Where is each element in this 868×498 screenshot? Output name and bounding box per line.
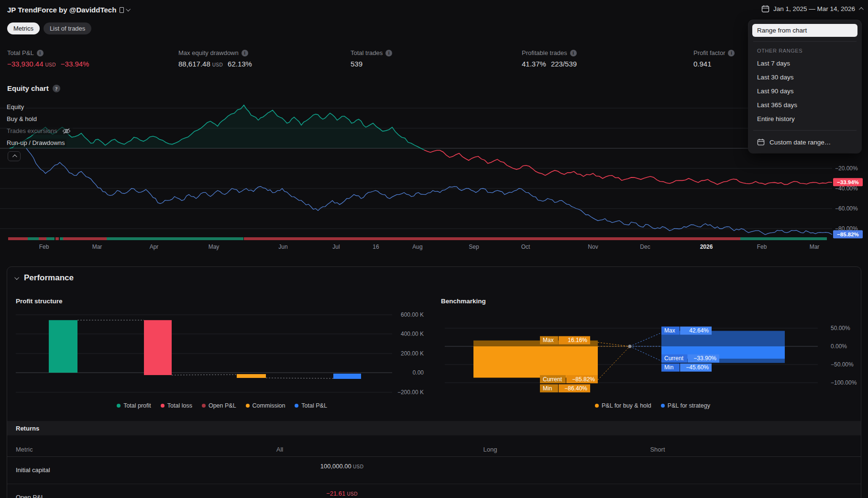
divider xyxy=(753,130,857,131)
metric-value: −33,930.44USD−33.94% xyxy=(7,60,89,68)
metric-profit-factor: Profit factori0.941 xyxy=(693,49,735,68)
legend-dot xyxy=(117,404,121,408)
tab-list-of-trades[interactable]: List of trades xyxy=(44,22,91,34)
svg-text:−60.00%: −60.00% xyxy=(835,205,858,212)
performance-title: Performance xyxy=(24,273,74,283)
returns-title: Returns xyxy=(16,425,39,432)
range-option-last-7-days[interactable]: Last 7 days xyxy=(752,56,857,70)
tab-metrics[interactable]: Metrics xyxy=(7,22,40,34)
svg-text:Feb: Feb xyxy=(757,243,767,250)
svg-text:Jun: Jun xyxy=(278,243,287,250)
svg-text:Feb: Feb xyxy=(39,243,49,250)
svg-text:−85.82%: −85.82% xyxy=(572,376,595,383)
divider xyxy=(753,41,857,42)
legend-dot xyxy=(246,404,250,408)
metric-label: Total P&Li xyxy=(7,49,89,56)
svg-text:−33.90%: −33.90% xyxy=(693,355,716,362)
range-options: Last 7 daysLast 30 daysLast 90 daysLast … xyxy=(752,56,857,126)
svg-text:16: 16 xyxy=(373,243,379,250)
svg-text:Current: Current xyxy=(664,355,684,362)
legend-item-equity[interactable]: Equity xyxy=(7,103,26,111)
range-option-entire-history[interactable]: Entire history xyxy=(752,112,857,126)
svg-text:2026: 2026 xyxy=(700,243,713,250)
equity-chart: −20.00%−40.00%−60.00%−80.00%−33.94%−85.8… xyxy=(0,100,868,253)
metric-value: 88,617.48USD62.13% xyxy=(178,60,252,68)
range-option-last-365-days[interactable]: Last 365 days xyxy=(752,98,857,112)
svg-text:−33.94%: −33.94% xyxy=(837,179,859,185)
legend-item-trades-excursions[interactable]: Trades excursions xyxy=(7,127,73,135)
returns-table-header: MetricAllLongShort xyxy=(7,443,861,457)
svg-text:42.64%: 42.64% xyxy=(689,327,709,334)
profit-structure-title: Profit structure xyxy=(16,298,63,305)
info-icon[interactable]: i xyxy=(385,50,392,56)
help-icon[interactable]: ? xyxy=(53,85,60,92)
svg-text:−45.60%: −45.60% xyxy=(686,364,709,371)
chevron-up-icon xyxy=(12,155,17,159)
metrics-row: Total P&Li−33,930.44USD−33.94%Max equity… xyxy=(0,49,868,73)
legend-item-total-loss[interactable]: Total loss xyxy=(161,402,192,409)
metric-label: Profitable tradesi xyxy=(522,49,577,56)
collapse-pane-button[interactable] xyxy=(8,151,21,161)
metric-total-trades: Total tradesi539 xyxy=(351,49,392,68)
info-icon[interactable]: i xyxy=(37,50,44,56)
svg-text:600.00 K: 600.00 K xyxy=(401,311,424,318)
other-ranges-label: OTHER RANGES xyxy=(752,46,857,56)
row-value-all: −21.61 USD xyxy=(265,490,418,497)
svg-text:Oct: Oct xyxy=(521,243,530,250)
performance-section-header[interactable]: Performance xyxy=(16,273,74,283)
column-header-all: All xyxy=(237,446,323,453)
svg-text:−50.00%: −50.00% xyxy=(831,361,854,368)
legend-item-commission[interactable]: Commission xyxy=(246,402,286,409)
svg-text:−20.00%: −20.00% xyxy=(835,165,858,172)
chevron-up-icon xyxy=(859,7,864,12)
svg-text:0.00: 0.00 xyxy=(413,369,424,376)
metric-profitable-trades: Profitable tradesi41.37%223/539 xyxy=(522,49,577,68)
svg-text:Aug: Aug xyxy=(412,243,422,250)
legend-item-p-l-for-buy-hold[interactable]: P&L for buy & hold xyxy=(595,402,651,409)
legend-item-buy-hold[interactable]: Buy & hold xyxy=(7,115,39,123)
info-icon[interactable]: i xyxy=(570,50,577,56)
metric-label: Total tradesi xyxy=(351,49,392,56)
legend-dot xyxy=(202,404,206,408)
svg-text:400.00 K: 400.00 K xyxy=(401,331,424,337)
date-range-text: Jan 1, 2025 — Mar 14, 2026 xyxy=(773,5,855,12)
svg-text:Dec: Dec xyxy=(640,243,650,250)
returns-section-header: Returns xyxy=(7,421,861,435)
column-header-short: Short xyxy=(615,446,701,453)
legend-dot xyxy=(595,404,599,408)
strategy-title-row[interactable]: JP TrendForce by @DaviddTech xyxy=(7,6,131,14)
range-option-last-90-days[interactable]: Last 90 days xyxy=(752,84,857,98)
svg-text:May: May xyxy=(209,243,220,250)
info-icon[interactable]: i xyxy=(728,50,735,56)
legend-item-total-p-l[interactable]: Total P&L xyxy=(295,402,327,409)
range-option-last-30-days[interactable]: Last 30 days xyxy=(752,70,857,84)
legend-item-open-p-l[interactable]: Open P&L xyxy=(202,402,236,409)
equity-chart-heading: Equity chart ? xyxy=(7,84,60,92)
lock-icon xyxy=(120,7,124,13)
svg-text:Min: Min xyxy=(664,364,673,371)
custom-date-range-label: Custom date range… xyxy=(769,139,831,146)
legend-item-run-up-drawdowns[interactable]: Run-up / Drawdowns xyxy=(7,139,66,147)
info-icon[interactable]: i xyxy=(242,50,248,56)
legend-item-total-profit[interactable]: Total profit xyxy=(117,402,151,409)
legend-dot xyxy=(661,404,665,408)
strategy-title: JP TrendForce by @DaviddTech xyxy=(7,6,116,14)
svg-text:Apr: Apr xyxy=(150,243,159,250)
legend-item-p-l-for-strategy[interactable]: P&L for strategy xyxy=(661,402,710,409)
report-tabs: MetricsList of trades xyxy=(7,22,91,34)
svg-text:Mar: Mar xyxy=(92,243,102,250)
equity-chart-legend: EquityBuy & holdTrades excursionsRun-up … xyxy=(7,103,73,147)
eye-off-icon[interactable] xyxy=(62,128,71,134)
column-header-metric: Metric xyxy=(16,446,33,453)
svg-text:50.00%: 50.00% xyxy=(831,325,850,332)
benchmarking-legend: P&L for buy & holdP&L for strategy xyxy=(437,402,868,409)
range-from-chart-option[interactable]: Range from chart xyxy=(752,24,857,37)
svg-text:Mar: Mar xyxy=(810,243,820,250)
custom-date-range-option[interactable]: Custom date range… xyxy=(752,135,857,149)
svg-text:Max: Max xyxy=(664,327,675,334)
svg-text:−100.00%: −100.00% xyxy=(831,379,857,386)
calendar-icon xyxy=(761,5,769,13)
date-range-selector[interactable]: Jan 1, 2025 — Mar 14, 2026 xyxy=(761,5,862,13)
equity-chart-title: Equity chart xyxy=(7,84,49,92)
calendar-icon xyxy=(757,138,765,146)
